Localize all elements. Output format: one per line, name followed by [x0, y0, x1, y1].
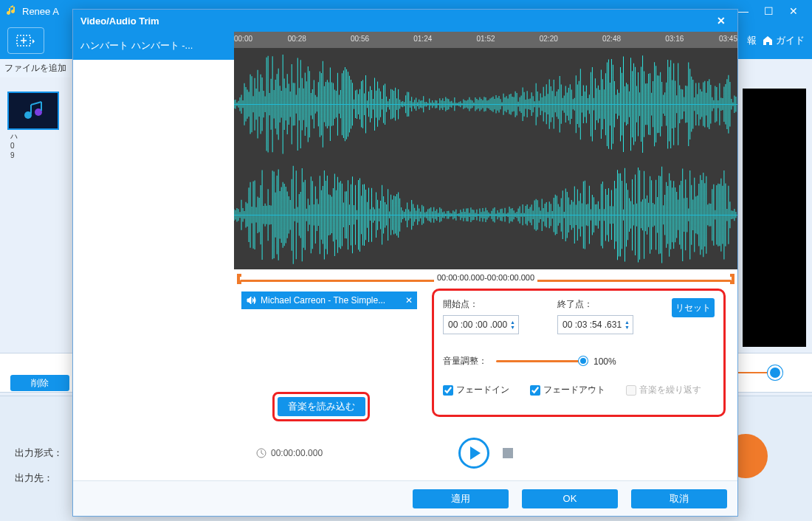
preview-pane — [743, 89, 806, 347]
file-line2: 0 — [10, 141, 68, 151]
ok-button[interactable]: OK — [522, 489, 618, 508]
ruler-tick: 03:16 — [665, 35, 684, 43]
volume-slider[interactable] — [496, 360, 585, 362]
spinner-icon[interactable]: ▲▼ — [625, 320, 630, 330]
trim-range-text: 00:00:00.000-00:00:00.000 — [434, 273, 537, 282]
fade-in-checkbox[interactable]: フェードイン — [443, 384, 509, 396]
ruler-tick: 01:52 — [476, 35, 495, 43]
file-line3: 9 — [10, 151, 68, 160]
nowplaying-text: Michael Carreon - The Simple... — [261, 295, 385, 306]
spinner-icon[interactable]: ▲▼ — [510, 320, 515, 330]
dialog-sidebar: ハンバート ハンバート -... — [73, 32, 234, 480]
maximize-button[interactable]: ☐ — [756, 0, 781, 22]
track-name[interactable]: ハンバート ハンバート -... — [73, 32, 234, 60]
waveform[interactable] — [234, 48, 737, 269]
start-label: 開始点： — [443, 298, 554, 311]
ruler-tick: 00:28 — [288, 35, 306, 43]
dialog-title: Video/Audio Trim — [80, 15, 159, 27]
load-music-highlight: 音楽を読み込む — [272, 392, 370, 421]
music-note-icon — [6, 5, 18, 17]
speaker-icon — [246, 295, 256, 306]
apply-button[interactable]: 適用 — [413, 489, 509, 508]
delete-button[interactable]: 削除 — [10, 375, 69, 391]
cancel-button[interactable]: 取消 — [631, 489, 727, 508]
trim-slider[interactable]: 00:00:00.000-00:00:00.000 — [234, 269, 737, 284]
start-time-input[interactable]: 00 :00 :00 .000 ▲▼ — [443, 315, 519, 334]
nowplaying-close[interactable]: ✕ — [405, 295, 413, 306]
add-file-button[interactable] — [7, 27, 44, 54]
nowplaying-pill[interactable]: Michael Carreon - The Simple... ✕ — [241, 291, 417, 309]
clock-text: 00:00:00.000 — [271, 448, 323, 458]
trim-handle-right[interactable] — [730, 274, 734, 284]
volume-knob[interactable] — [579, 356, 588, 365]
output-dest-label: 出力先： — [15, 472, 53, 485]
home-icon — [763, 35, 773, 46]
add-file-label: ファイルを追加 — [0, 59, 71, 77]
trim-handle-left[interactable] — [237, 274, 241, 284]
end-label: 終了点： — [557, 298, 669, 311]
time-ruler[interactable]: 00:0000:2800:5601:2401:5202:2002:4803:16… — [234, 32, 737, 48]
fade-out-checkbox[interactable]: フェードアウト — [530, 384, 605, 396]
ruler-tick: 02:48 — [602, 35, 621, 43]
end-time-input[interactable]: 00 :03 :54 .631 ▲▼ — [557, 315, 633, 334]
dialog-footer: 適用 OK 取消 — [73, 480, 737, 516]
volume-value: 100% — [593, 356, 616, 367]
toolbar-info[interactable]: 報 — [747, 34, 757, 47]
ruler-tick: 00:00 — [234, 35, 252, 43]
clock-icon — [256, 448, 266, 458]
guide-button[interactable]: ガイド — [763, 34, 805, 47]
trim-params-panel: 開始点： 00 :00 :00 .000 ▲▼ 終了点： 00 :03 :54 … — [432, 289, 726, 417]
volume-label: 音量調整： — [443, 355, 487, 368]
ruler-tick: 02:20 — [540, 35, 558, 43]
playback-controls: 00:00:00.000 — [234, 435, 737, 472]
stop-button[interactable] — [503, 448, 513, 458]
play-button[interactable] — [458, 438, 489, 469]
play-icon — [470, 446, 481, 460]
file-line1: ハ — [10, 131, 68, 141]
ruler-tick: 00:56 — [351, 35, 369, 43]
close-button[interactable]: ✕ — [781, 0, 806, 22]
load-music-button[interactable]: 音楽を読み込む — [278, 397, 365, 416]
repeat-checkbox[interactable]: 音楽を繰り返す — [626, 384, 701, 396]
file-list: ハ 0 9 — [7, 92, 68, 160]
output-format-label: 出力形式： — [15, 446, 63, 460]
dialog-main: 00:0000:2800:5601:2401:5202:2002:4803:16… — [234, 32, 737, 480]
ruler-tick: 03:45 — [719, 35, 737, 43]
dialog-close-button[interactable]: ✕ — [712, 15, 730, 27]
reset-button[interactable]: リセット — [672, 298, 715, 317]
dialog-titlebar: Video/Audio Trim ✕ — [73, 10, 737, 32]
file-thumbnail[interactable] — [7, 92, 59, 130]
trim-dialog: Video/Audio Trim ✕ ハンバート ハンバート -... 00:0… — [72, 9, 738, 517]
timeline-knob[interactable] — [768, 365, 782, 380]
ruler-tick: 01:24 — [413, 35, 432, 43]
